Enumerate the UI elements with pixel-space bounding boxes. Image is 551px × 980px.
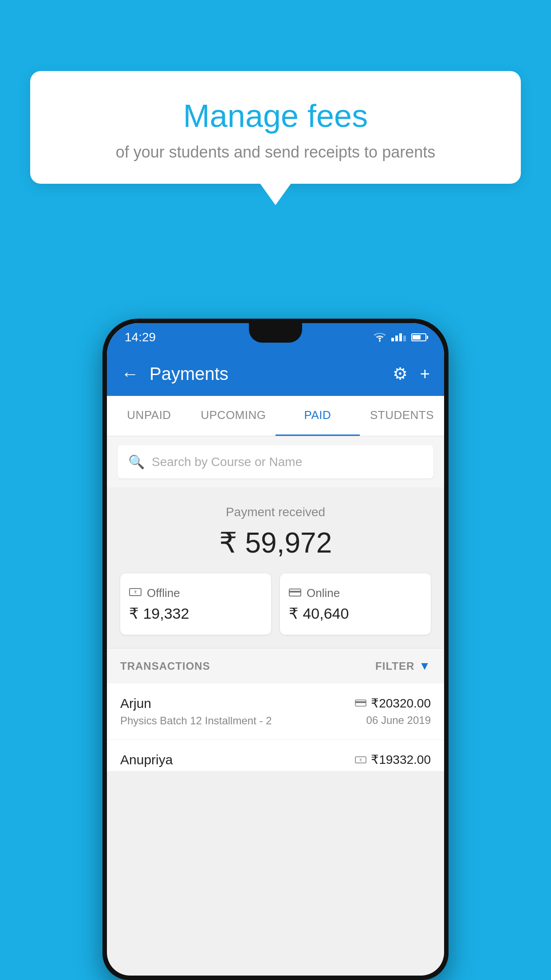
transaction-left: Arjun Physics Batch 12 Installment - 2 <box>120 696 355 727</box>
app-bar-actions: ⚙ + <box>393 364 430 383</box>
back-button[interactable]: ← <box>121 364 139 384</box>
signal-bars-icon <box>391 333 406 341</box>
tab-paid[interactable]: PAID <box>276 396 360 436</box>
tab-unpaid[interactable]: UNPAID <box>107 396 191 436</box>
svg-point-0 <box>379 340 381 342</box>
payment-cards: ₹ Offline ₹ 19,332 <box>120 573 431 635</box>
add-icon[interactable]: + <box>420 364 430 383</box>
svg-text:₹: ₹ <box>359 758 362 763</box>
online-amount: ₹ 40,640 <box>289 605 422 622</box>
transactions-header: TRANSACTIONS FILTER ▼ <box>107 648 444 684</box>
phone-screen: 14:29 <box>107 323 444 976</box>
transaction-date: 06 June 2019 <box>355 714 431 727</box>
payment-summary: Payment received ₹ 59,972 ₹ Offline <box>107 487 444 648</box>
filter-button[interactable]: FILTER ▼ <box>375 659 431 673</box>
svg-text:₹: ₹ <box>134 590 137 595</box>
tabs-bar: UNPAID UPCOMING PAID STUDENTS <box>107 396 444 436</box>
app-title: Payments <box>150 364 382 384</box>
offline-amount: ₹ 19,332 <box>129 605 262 622</box>
tab-students[interactable]: STUDENTS <box>360 396 444 436</box>
transaction-row[interactable]: Arjun Physics Batch 12 Installment - 2 ₹… <box>107 684 444 740</box>
transactions-label: TRANSACTIONS <box>120 660 210 672</box>
online-card-header: Online <box>289 586 422 600</box>
search-icon: 🔍 <box>128 454 145 470</box>
online-label: Online <box>307 586 340 600</box>
battery-icon <box>411 333 426 341</box>
phone-notch <box>249 323 302 343</box>
payment-received-label: Payment received <box>120 505 431 519</box>
phone-frame: 14:29 <box>102 319 449 980</box>
transaction-right: ₹20320.00 06 June 2019 <box>355 696 431 727</box>
search-placeholder-text: Search by Course or Name <box>152 455 302 469</box>
tab-upcoming[interactable]: UPCOMING <box>191 396 276 436</box>
speech-bubble: Manage fees of your students and send re… <box>30 71 521 184</box>
status-icons <box>374 333 426 342</box>
app-bar: ← Payments ⚙ + <box>107 352 444 396</box>
svg-rect-6 <box>355 701 366 703</box>
settings-icon[interactable]: ⚙ <box>393 364 408 383</box>
status-bar: 14:29 <box>107 323 444 352</box>
bubble-title: Manage fees <box>52 98 499 134</box>
transaction-name: Anupriya <box>120 752 355 767</box>
search-bar[interactable]: 🔍 Search by Course or Name <box>118 445 433 478</box>
offline-icon: ₹ <box>129 586 142 600</box>
transaction-row[interactable]: Anupriya ₹ ₹19332.00 <box>107 740 444 771</box>
transaction-name: Arjun <box>120 696 355 711</box>
transaction-amount: ₹ ₹19332.00 <box>355 752 431 767</box>
payment-total-amount: ₹ 59,972 <box>120 526 431 559</box>
filter-icon: ▼ <box>419 659 431 673</box>
filter-label: FILTER <box>375 660 414 672</box>
transaction-detail: Physics Batch 12 Installment - 2 <box>120 715 355 727</box>
payment-type-icon <box>355 696 366 711</box>
status-time: 14:29 <box>125 330 156 344</box>
offline-payment-card: ₹ Offline ₹ 19,332 <box>120 573 271 635</box>
search-container: 🔍 Search by Course or Name <box>107 436 444 487</box>
svg-rect-4 <box>289 591 301 593</box>
transaction-amount: ₹20320.00 <box>355 696 431 711</box>
online-payment-card: Online ₹ 40,640 <box>280 573 431 635</box>
online-icon <box>289 586 301 600</box>
offline-label: Offline <box>147 586 180 600</box>
bubble-subtitle: of your students and send receipts to pa… <box>52 143 499 162</box>
transaction-left: Anupriya <box>120 752 355 771</box>
transaction-right: ₹ ₹19332.00 <box>355 752 431 771</box>
payment-type-icon: ₹ <box>355 753 366 767</box>
wifi-icon <box>374 333 386 342</box>
offline-card-header: ₹ Offline <box>129 586 262 600</box>
